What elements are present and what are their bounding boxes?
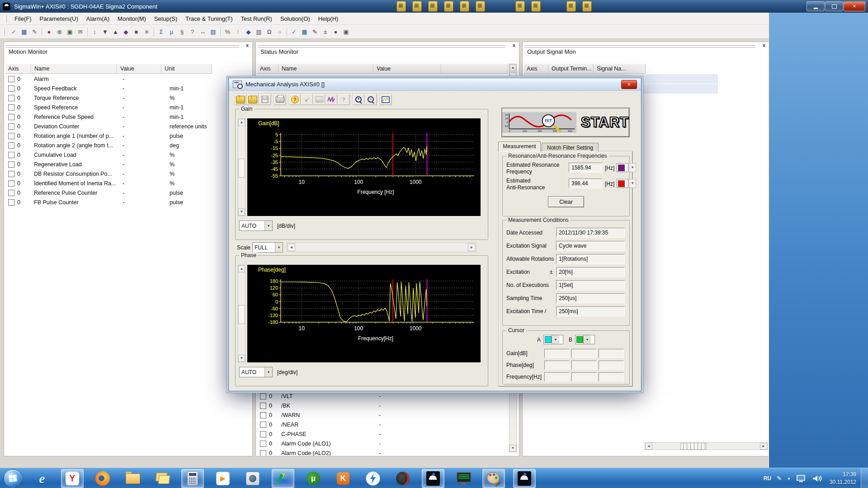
table-row[interactable]: 0Deviation Counter-reference units	[5, 122, 207, 131]
app-toolbar-icon-4[interactable]: ●	[44, 27, 54, 37]
taskbar-item-dark-red-app[interactable]	[392, 469, 414, 488]
maximize-button[interactable]	[825, 1, 843, 11]
start-button[interactable]: 20 10 0 -10 0 100 200 300 400 FFT START	[502, 108, 629, 137]
taskbar-item-windows-explorer[interactable]	[122, 469, 143, 488]
table-row[interactable]: 0Identified Moment of Inertia Ra...-%	[5, 178, 175, 188]
table-row[interactable]: 0Rotation angle 1 (number of p...-pulse	[5, 131, 183, 141]
show-hidden-icons-chevron[interactable]: ▲	[787, 476, 791, 480]
menu-item-alarm[interactable]: Alarm(A)	[82, 14, 113, 23]
column-header-axis[interactable]: Axis	[524, 64, 548, 74]
app-toolbar-icon-6[interactable]: ▣	[65, 27, 75, 37]
chevron-down-icon[interactable]: ▼	[629, 163, 636, 172]
table-row[interactable]: 0/WARN-	[257, 410, 381, 420]
menu-item-test-run[interactable]: Test Run(R)	[237, 14, 276, 23]
app-titlebar[interactable]: SigmaWin+ AXIS#0 : SGDH-04AE Sigma2 Comp…	[0, 0, 868, 13]
app-toolbar-icon-18[interactable]: ↔	[198, 27, 208, 37]
table-row[interactable]: 0Rotation angle 2 (angle from t...-deg	[5, 141, 179, 150]
row-checkbox[interactable]	[8, 104, 14, 111]
app-toolbar-icon-10[interactable]: ▲	[111, 27, 120, 37]
scroll-up-icon[interactable]: ▲	[509, 64, 516, 71]
resonance-color-select[interactable]	[617, 163, 628, 172]
app-toolbar-icon-7[interactable]: ✉	[75, 27, 85, 37]
table-row[interactable]: 0Speed Reference-min-1	[5, 103, 184, 112]
row-checkbox[interactable]	[260, 412, 266, 418]
taskbar-item-firefox[interactable]	[92, 469, 113, 488]
app-toolbar-icon-27[interactable]: ▦	[300, 27, 309, 37]
scroll-down-icon[interactable]: ▼	[238, 355, 245, 362]
display-tray-icon[interactable]	[796, 474, 806, 483]
table-row[interactable]: 0Speed Feedback-min-1	[5, 84, 184, 93]
table-row[interactable]: 0DB Resistor Consumption Po...-%	[5, 169, 175, 178]
taskbar-item-utorrent[interactable]: µ	[302, 469, 324, 488]
table-row[interactable]: 0Reference Pulse Counter-pulse	[5, 188, 183, 197]
scroll-down-icon[interactable]: ▼	[238, 208, 245, 216]
row-checkbox[interactable]	[8, 123, 14, 130]
phase-div-select[interactable]: AUTO ▼	[239, 367, 273, 377]
open-icon[interactable]: ↑	[234, 94, 247, 105]
table-row[interactable]: 0Alarm Code (ALO1)-	[257, 439, 381, 448]
motion-panel-close-icon[interactable]: x	[244, 42, 250, 49]
taskbar-clock[interactable]: 17:39 30.11.2012	[830, 471, 856, 486]
row-checkbox[interactable]	[8, 76, 14, 82]
table-row[interactable]: 0/NEAR-	[257, 420, 381, 429]
app-toolbar-icon-25[interactable]: ○	[275, 27, 284, 37]
row-checkbox[interactable]	[260, 422, 266, 428]
menu-item-solution[interactable]: Solution(O)	[276, 14, 314, 23]
show-desktop-button[interactable]	[861, 468, 868, 488]
output-horizontal-scrollbar[interactable]: ◄ ►	[645, 442, 768, 450]
phase-plot[interactable]: Phase[deg]180120600-60-120-180101001000F…	[247, 265, 481, 362]
app-toolbar-icon-28[interactable]: ✎	[310, 27, 320, 37]
taskbar-item-remote-monitor[interactable]	[453, 469, 474, 488]
scroll-right-icon[interactable]: ►	[760, 443, 767, 450]
taskbar-item-zip-lightning-app[interactable]	[362, 469, 384, 488]
language-indicator[interactable]: RU	[764, 475, 771, 482]
scale-select[interactable]: FULL ▼	[252, 242, 283, 253]
row-checkbox[interactable]	[8, 142, 14, 149]
column-header-axis[interactable]: Axis	[257, 64, 278, 74]
app-toolbar-icon-9[interactable]: ▼	[100, 27, 110, 37]
app-toolbar-icon-2[interactable]: ▦	[19, 27, 29, 37]
taskbar-item-calculator[interactable]	[181, 469, 204, 488]
phase-vertical-scrollbar[interactable]: ▲ ▼	[238, 265, 245, 362]
row-checkbox[interactable]	[260, 393, 266, 399]
output-panel-close-icon[interactable]: x	[761, 42, 767, 49]
table-row[interactable]: 0FB Pulse Counter-pulse	[5, 197, 183, 207]
clear-button[interactable]: Clear	[548, 196, 584, 207]
column-header-output-termin-[interactable]: Output Termin...	[548, 64, 594, 74]
chevron-down-icon[interactable]: ▼	[552, 335, 559, 344]
scroll-up-icon[interactable]: ▲	[238, 265, 245, 272]
zoom-in-icon[interactable]: +	[352, 94, 365, 105]
table-row[interactable]: 0Cumulative Load-%	[5, 150, 175, 160]
chevron-down-icon[interactable]: ▼	[264, 367, 272, 377]
scroll-left-icon[interactable]: ◄	[645, 443, 652, 450]
chevron-down-icon[interactable]: ▼	[583, 335, 591, 344]
row-checkbox[interactable]	[8, 199, 14, 206]
app-toolbar-icon-22[interactable]: ◆	[244, 27, 253, 37]
zoom-out-icon[interactable]: −	[364, 94, 377, 105]
taskbar-item-camera-app[interactable]	[242, 469, 264, 488]
save-icon[interactable]: ↓	[246, 94, 259, 105]
dialog-titlebar[interactable]: Mechanical Analysis AXIS#0 [] ×	[229, 78, 641, 91]
app-toolbar-icon-23[interactable]: ▥	[254, 27, 264, 37]
taskbar-item-paint[interactable]	[482, 469, 505, 488]
minimize-button[interactable]	[807, 1, 825, 11]
scroll-left-icon[interactable]: ◄	[288, 244, 295, 251]
taskbar-item-sigmawin[interactable]	[422, 469, 444, 488]
taskbar-item-kmplayer[interactable]: K	[332, 469, 354, 488]
column-header-name[interactable]: Name	[31, 64, 117, 74]
column-header-unit[interactable]: Unit	[161, 64, 212, 74]
row-checkbox[interactable]	[260, 403, 266, 409]
row-checkbox[interactable]	[8, 180, 14, 187]
app-toolbar-icon-29[interactable]: ±	[321, 27, 330, 37]
row-checkbox[interactable]	[8, 161, 14, 168]
status-panel-close-icon[interactable]: x	[511, 42, 517, 49]
column-header-blank[interactable]	[441, 64, 508, 74]
tab-measurement[interactable]: Measurement	[498, 141, 541, 151]
column-header-axis[interactable]: Axis	[5, 64, 31, 74]
tab-notch-filter-setting[interactable]: Notch Filter Setting	[542, 143, 599, 151]
scroll-right-icon[interactable]: ►	[468, 244, 476, 251]
table-row[interactable]: 0Reference Pulse Speed-min-1	[5, 112, 184, 122]
chevron-down-icon[interactable]: ▼	[275, 243, 283, 252]
anti-resonance-color-select[interactable]	[617, 179, 628, 188]
app-toolbar-icon-19[interactable]: ▤	[208, 27, 218, 37]
